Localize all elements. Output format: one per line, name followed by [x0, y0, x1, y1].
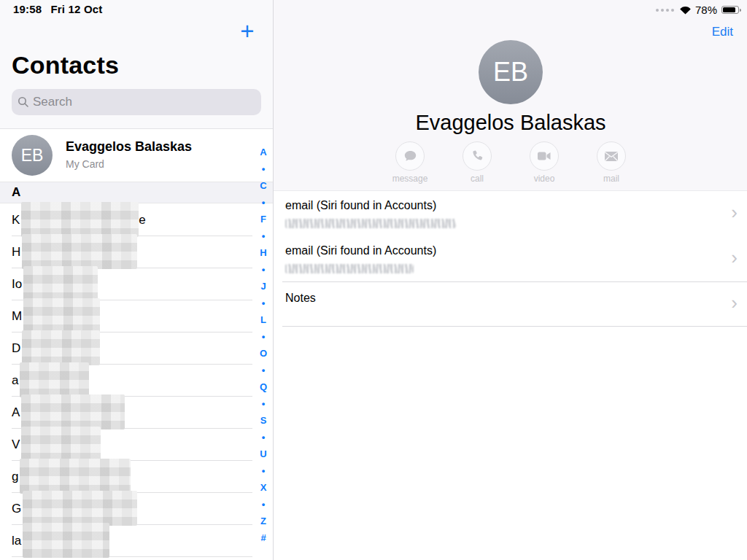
index-dot[interactable]: •: [255, 328, 272, 345]
index-letter[interactable]: X: [255, 479, 272, 496]
search-placeholder: Search: [33, 95, 72, 109]
contact-list: Ke H Io M D a A V g G la: [0, 204, 252, 557]
list-item[interactable]: a: [0, 365, 252, 397]
index-letter[interactable]: O: [255, 345, 272, 362]
index-letter[interactable]: Q: [255, 378, 272, 395]
contact-name-prefix: G: [12, 502, 21, 516]
redacted-name: [22, 234, 137, 269]
list-item[interactable]: Ke: [0, 204, 252, 236]
my-card-subtitle: My Card: [66, 158, 104, 170]
index-hash[interactable]: #: [255, 529, 272, 546]
battery-percent: 78%: [695, 4, 717, 16]
list-item[interactable]: Io: [0, 268, 252, 300]
mail-button[interactable]: mail: [591, 141, 632, 184]
index-letter[interactable]: J: [255, 278, 272, 295]
action-label: message: [392, 174, 428, 184]
contact-name-prefix: M: [12, 309, 22, 324]
video-icon: [537, 151, 551, 161]
notes-row[interactable]: Notes ›: [282, 281, 747, 327]
contact-name-prefix: V: [12, 438, 20, 452]
contact-name-prefix: A: [12, 405, 20, 420]
index-letter[interactable]: U: [255, 446, 272, 462]
search-icon: [18, 96, 29, 108]
index-dot[interactable]: •: [255, 496, 272, 513]
detail-header: 78% Edit EB Evaggelos Balaskas message: [274, 0, 747, 191]
notes-label: Notes: [285, 292, 316, 305]
add-contact-button[interactable]: +: [235, 19, 260, 44]
wifi-icon: [679, 6, 692, 15]
action-label: video: [534, 174, 555, 184]
redacted-name: [23, 523, 109, 558]
index-letter[interactable]: S: [255, 412, 272, 429]
my-card-name: Evaggelos Balaskas: [66, 139, 192, 155]
index-dot[interactable]: •: [255, 261, 272, 278]
contact-name-prefix: D: [12, 341, 20, 356]
status-time: 19:58: [13, 3, 42, 15]
index-dot[interactable]: •: [255, 429, 272, 446]
list-item[interactable]: V: [0, 429, 252, 461]
contact-name-prefix: la: [12, 534, 21, 548]
contacts-sidebar: 19:58Fri 12 Oct + Contacts Search EB Eva…: [0, 0, 273, 560]
my-card-row[interactable]: EB Evaggelos Balaskas My Card: [0, 130, 273, 181]
redacted-name: [21, 394, 125, 429]
index-letter[interactable]: C: [255, 177, 272, 194]
alphabet-index: A • C • F • H • J • L • O • Q • S • U • …: [255, 144, 272, 546]
contact-name-prefix: H: [12, 245, 20, 260]
index-letter[interactable]: L: [255, 311, 272, 328]
call-button[interactable]: call: [457, 141, 498, 184]
redacted-name: [22, 330, 100, 365]
chevron-right-icon: ›: [731, 293, 738, 312]
redacted-email-value: [285, 264, 414, 273]
sidebar-header: 19:58Fri 12 Oct + Contacts Search: [0, 0, 273, 129]
redacted-name: [21, 427, 101, 462]
contact-name-prefix: g: [12, 470, 18, 484]
list-item[interactable]: A: [0, 397, 252, 429]
index-letter[interactable]: Z: [255, 513, 272, 529]
section-header-A: A: [0, 182, 273, 203]
email-field-row[interactable]: email (Siri found in Accounts) ›: [274, 236, 747, 281]
redacted-email-value: [285, 219, 456, 228]
redacted-name: [23, 266, 98, 301]
index-dot[interactable]: •: [255, 462, 272, 479]
list-item[interactable]: H: [0, 236, 252, 268]
contact-name-prefix: Io: [12, 277, 22, 292]
redacted-name: [20, 362, 89, 397]
index-dot[interactable]: •: [255, 160, 272, 177]
status-bar-left: 19:58Fri 12 Oct: [13, 3, 112, 15]
index-letter[interactable]: H: [255, 244, 272, 261]
cellular-signal-icon: [656, 9, 674, 12]
mail-icon: [604, 151, 619, 162]
message-button[interactable]: message: [390, 141, 430, 184]
redacted-name: [23, 491, 137, 526]
index-dot[interactable]: •: [255, 362, 272, 378]
index-dot[interactable]: •: [255, 194, 272, 211]
list-item[interactable]: G: [0, 493, 252, 525]
redacted-name: [23, 298, 100, 333]
edit-button[interactable]: Edit: [712, 25, 733, 39]
contact-fields: email (Siri found in Accounts) › email (…: [274, 191, 747, 327]
search-input[interactable]: Search: [12, 89, 261, 115]
redacted-name: [20, 459, 131, 494]
index-dot[interactable]: •: [255, 295, 272, 311]
chevron-right-icon: ›: [731, 203, 738, 222]
page-title: Contacts: [12, 51, 119, 79]
status-date: Fri 12 Oct: [50, 3, 102, 15]
index-dot[interactable]: •: [255, 395, 272, 412]
index-letter[interactable]: A: [255, 144, 272, 160]
status-bar-right: 78%: [656, 4, 739, 16]
field-label: email (Siri found in Accounts): [285, 244, 747, 257]
action-label: mail: [603, 174, 619, 184]
list-item[interactable]: g: [0, 461, 252, 493]
list-item[interactable]: M: [0, 300, 252, 332]
chevron-right-icon: ›: [731, 248, 738, 267]
redacted-name: [21, 202, 139, 237]
contact-name: Evaggelos Balaskas: [274, 111, 747, 135]
email-field-row[interactable]: email (Siri found in Accounts) ›: [274, 191, 747, 236]
index-letter[interactable]: F: [255, 211, 272, 228]
index-dot[interactable]: •: [255, 228, 272, 244]
list-item[interactable]: D: [0, 332, 252, 365]
my-card-avatar: EB: [12, 135, 53, 176]
message-icon: [403, 149, 417, 163]
video-button[interactable]: video: [524, 141, 565, 184]
list-item[interactable]: la: [0, 525, 252, 557]
